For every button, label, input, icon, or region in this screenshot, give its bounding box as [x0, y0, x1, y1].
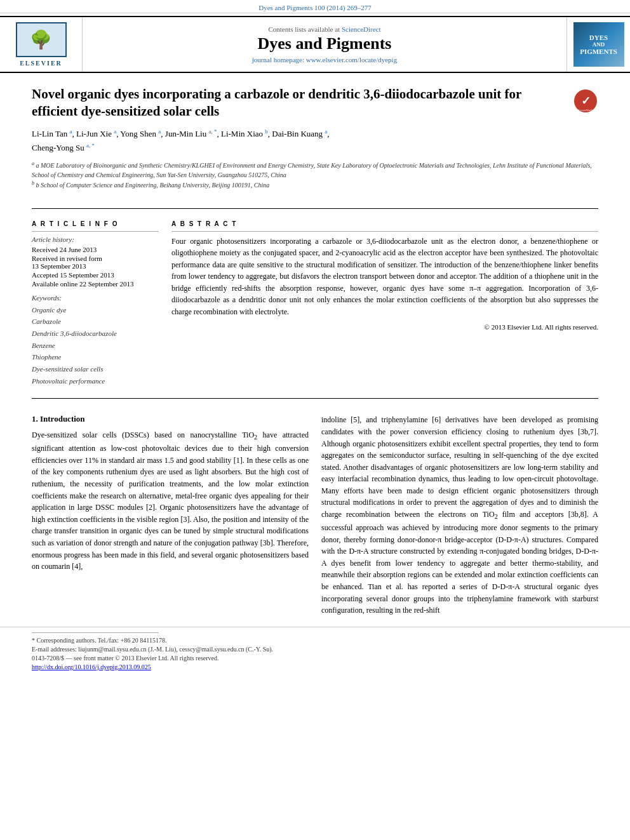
sciencedirect-line: Contents lists available at ScienceDirec…: [268, 25, 380, 33]
logo-line2: AND: [593, 41, 605, 48]
keywords-list: Organic dye Carbazole Dendritic 3,6-diio…: [32, 304, 159, 387]
title-row: Novel organic dyes incorporating a carba…: [32, 86, 598, 121]
article-title: Novel organic dyes incorporating a carba…: [32, 86, 560, 121]
tree-icon: 🌳: [30, 29, 52, 50]
affiliation-a: a MOE Laboratory of Bioinorganic and Syn…: [32, 162, 592, 178]
keywords-label: Keywords:: [32, 294, 159, 302]
article-info-heading: A R T I C L E I N F O: [32, 220, 159, 227]
email-text: E-mail addresses: liujunm@mail.sysu.edu.…: [32, 646, 273, 653]
available-date: Available online 22 September 2013: [32, 280, 159, 288]
intro-heading: 1. Introduction: [32, 414, 309, 424]
abstract-column: A B S T R A C T Four organic photosensit…: [171, 220, 598, 387]
body-column-left: 1. Introduction Dye-sensitized solar cel…: [32, 414, 309, 620]
abstract-paragraph: Four organic photosensitizers incorporat…: [171, 236, 598, 318]
affiliation-b: b School of Computer Science and Enginee…: [36, 182, 270, 189]
abstract-heading: A B S T R A C T: [171, 220, 598, 227]
history-label: Article history:: [32, 236, 159, 243]
accepted-date: Accepted 15 September 2013: [32, 271, 159, 279]
elsevier-logo-section: 🌳 ELSEVIER: [0, 17, 83, 72]
article-section: Novel organic dyes incorporating a carba…: [0, 73, 630, 203]
homepage-url: www.elsevier.com/locate/dyepig: [306, 56, 397, 63]
copyright-line: © 2013 Elsevier Ltd. All rights reserved…: [171, 323, 598, 331]
email-addresses: E-mail addresses: liujunm@mail.sysu.edu.…: [32, 646, 598, 653]
doi-line[interactable]: http://dx.doi.org/10.1016/j.dyepig.2013.…: [32, 663, 598, 670]
intro-text-left: Dye-sensitized solar cells (DSSCs) based…: [32, 429, 309, 572]
body-section: 1. Introduction Dye-sensitized solar cel…: [0, 404, 630, 626]
intro-text-right: indoline [5], and triphenylamine [6] der…: [321, 414, 598, 616]
logo-line3: PIGMENTS: [580, 48, 617, 55]
svg-text:CrossMark: CrossMark: [579, 109, 593, 112]
logo-image: 🌳: [16, 22, 67, 57]
sciencedirect-prefix: Contents lists available at: [268, 25, 340, 33]
journal-info-center: Contents lists available at ScienceDirec…: [83, 17, 566, 72]
section-divider-middle: [32, 398, 598, 399]
crossmark-icon: ✓ CrossMark: [573, 88, 598, 114]
logo-line1: DYES: [589, 34, 608, 41]
journal-logo-section: DYES AND PIGMENTS: [566, 17, 630, 72]
elsevier-text: ELSEVIER: [20, 60, 62, 67]
article-info-column: A R T I C L E I N F O Article history: R…: [32, 220, 159, 387]
journal-header: 🌳 ELSEVIER Contents lists available at S…: [0, 16, 630, 73]
issn-line: 0143-7208/$ — see front matter © 2013 El…: [32, 655, 598, 662]
corresponding-author: * Corresponding authors. Tel./fax: +86 2…: [32, 637, 598, 644]
affiliations: a a MOE Laboratory of Bioinorganic and S…: [32, 160, 598, 190]
svg-text:✓: ✓: [581, 95, 591, 107]
elsevier-logo: 🌳 ELSEVIER: [16, 22, 67, 67]
sciencedirect-link[interactable]: ScienceDirect: [342, 25, 381, 33]
journal-homepage: journal homepage: www.elsevier.com/locat…: [252, 56, 397, 63]
abstract-text: Four organic photosensitizers incorporat…: [171, 236, 598, 318]
journal-title: Dyes and Pigments: [258, 34, 392, 53]
journal-logo: DYES AND PIGMENTS: [573, 22, 624, 67]
received-date: Received 24 June 2013: [32, 246, 159, 253]
section-divider-top: [32, 208, 598, 209]
citation-text: Dyes and Pigments 100 (2014) 269–277: [258, 4, 372, 11]
authors: Li-Lin Tan a, Li-Jun Xie a, Yong Shen a,…: [32, 127, 598, 155]
journal-citation: Dyes and Pigments 100 (2014) 269–277: [0, 0, 630, 13]
body-column-right: indoline [5], and triphenylamine [6] der…: [321, 414, 598, 620]
info-abstract-section: A R T I C L E I N F O Article history: R…: [0, 214, 630, 394]
footnote-section: * Corresponding authors. Tel./fax: +86 2…: [0, 627, 630, 677]
revised-date: Received in revised form 13 September 20…: [32, 255, 159, 270]
doi-link[interactable]: http://dx.doi.org/10.1016/j.dyepig.2013.…: [32, 663, 151, 670]
homepage-label: journal homepage:: [252, 56, 304, 63]
